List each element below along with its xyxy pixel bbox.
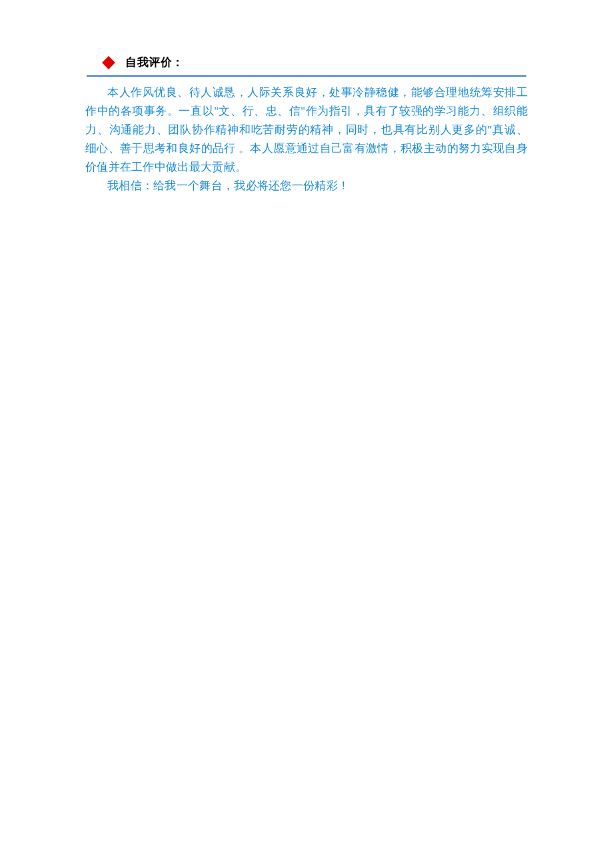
paragraph-1: 本人作风优良、待人诚恳，人际关系良好，处事冷静稳健，能够合理地统筹安排工作中的各… <box>85 83 528 177</box>
section-divider <box>87 75 526 77</box>
section-header: 自我评价： <box>104 55 528 70</box>
section-content: 本人作风优良、待人诚恳，人际关系良好，处事冷静稳健，能够合理地统筹安排工作中的各… <box>85 83 528 195</box>
paragraph-2: 我相信：给我一个舞台，我必将还您一份精彩！ <box>85 177 528 195</box>
section-title: 自我评价： <box>125 55 184 70</box>
diamond-bullet-icon <box>102 56 115 69</box>
